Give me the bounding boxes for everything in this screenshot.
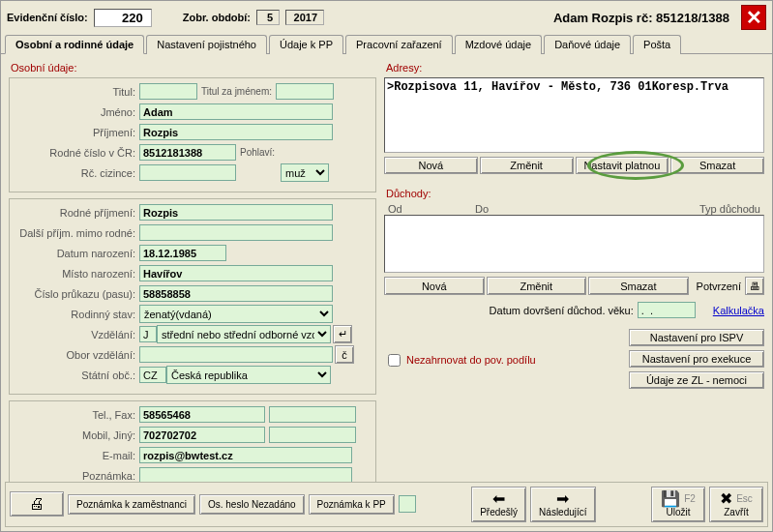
misto-nar-label: Místo narození: bbox=[14, 268, 139, 280]
bottom-bar: 🖨 Poznámka k zaměstnanci Os. heslo Nezad… bbox=[5, 482, 768, 528]
nezahrnovat-row: Nezahrnovat do pov. podílu bbox=[388, 339, 536, 381]
tab-mzdove[interactable]: Mzdové údaje bbox=[455, 35, 543, 54]
duchody-nova-button[interactable]: Nová bbox=[384, 277, 485, 295]
datum-nar-label: Datum narození: bbox=[14, 248, 139, 259]
os-heslo-button[interactable]: Os. heslo Nezadáno bbox=[199, 494, 305, 516]
nastaveni-ispv-button[interactable]: Nastavení pro ISPV bbox=[629, 329, 764, 346]
duchody-buttons: Nová Změnit Smazat Potvrzení 🖶 bbox=[384, 277, 764, 295]
rodne-prijmeni-label: Rodné příjmení: bbox=[14, 207, 139, 219]
predesly-button[interactable]: ⬅ Předešlý bbox=[471, 487, 526, 523]
status-square bbox=[399, 495, 416, 513]
jiny-input[interactable] bbox=[269, 427, 356, 443]
osobni-udaje-title: Osobní údaje: bbox=[11, 62, 376, 74]
adresy-buttons: Nová Změnit Nastavit platnou Smazat bbox=[384, 157, 764, 174]
adresy-smazat-button[interactable]: Smazat bbox=[670, 157, 764, 174]
evid-value: 220 bbox=[94, 9, 152, 27]
duchody-zmenit-button[interactable]: Změnit bbox=[487, 277, 587, 295]
pohlavi-select[interactable]: muž bbox=[281, 163, 329, 182]
arrow-right-icon: ➡ bbox=[556, 491, 569, 507]
zobr-month: 5 bbox=[256, 10, 280, 25]
app-window: Evidenční číslo: 220 Zobr. období: 5 201… bbox=[0, 0, 773, 532]
dh-do: Do bbox=[475, 203, 591, 215]
cislo-pasu-input[interactable] bbox=[139, 285, 333, 302]
tab-osobni[interactable]: Osobní a rodinné údaje bbox=[5, 35, 144, 54]
kalkulacka-link[interactable]: Kalkulačka bbox=[713, 305, 764, 316]
zavrit-key: Esc bbox=[736, 493, 753, 505]
zavrit-button[interactable]: ✖ Esc Zavřít bbox=[709, 487, 763, 523]
duchody-list[interactable] bbox=[384, 215, 764, 273]
nastaveni-exekuce-button[interactable]: Nastavení pro exekuce bbox=[629, 350, 764, 368]
personal-box-2: Rodné příjmení: Další příjm. mimo rodné:… bbox=[9, 198, 376, 395]
tab-pojistne[interactable]: Nastavení pojistného bbox=[146, 35, 267, 54]
tel-label: Tel., Fax: bbox=[14, 409, 139, 421]
pohlavi-label: Pohlaví: bbox=[236, 147, 279, 158]
nezahrnovat-checkbox[interactable] bbox=[388, 354, 401, 367]
printer-icon: 🖨 bbox=[29, 496, 45, 512]
adresy-item[interactable]: >Rozpisova 11, Havířov - Město, 736 01Ko… bbox=[387, 80, 761, 94]
adresy-nastavit-platnou-button[interactable]: Nastavit platnou bbox=[576, 157, 669, 174]
nezahrnovat-label: Nezahrnovat do pov. podílu bbox=[406, 354, 536, 366]
jmeno-input[interactable] bbox=[139, 103, 333, 120]
titul-za-input[interactable] bbox=[276, 83, 334, 100]
rodne-prijmeni-input[interactable] bbox=[139, 204, 333, 221]
adresy-nova-button[interactable]: Nová bbox=[384, 157, 478, 174]
vzdelani-select[interactable]: střední nebo střední odborné vzdě bbox=[157, 325, 331, 343]
personal-box: Titul: Titul za jménem: Jméno: Příjmení:… bbox=[9, 77, 376, 192]
duchody-header: Od Do Typ důchodu bbox=[384, 203, 764, 215]
top-bar: Evidenční číslo: 220 Zobr. období: 5 201… bbox=[1, 1, 772, 34]
mobil-input[interactable] bbox=[139, 427, 265, 443]
vzdelani-lookup-button[interactable]: ↵ bbox=[333, 325, 352, 343]
adresy-zmenit-button[interactable]: Změnit bbox=[480, 157, 574, 174]
ulozit-button[interactable]: 💾 F2 Uložit bbox=[651, 487, 705, 523]
tab-zarazeni[interactable]: Pracovní zařazení bbox=[345, 35, 453, 54]
statni-obc-select[interactable]: Česká republika bbox=[166, 366, 331, 384]
titul-input[interactable] bbox=[139, 83, 197, 100]
udaje-zl-button[interactable]: Údaje ze ZL - nemoci bbox=[629, 371, 764, 389]
rc-label: Rodné číslo v ČR: bbox=[14, 147, 139, 159]
left-column: Osobní údaje: Titul: Titul za jménem: Jm… bbox=[9, 60, 376, 501]
vzdelani-code-input[interactable] bbox=[139, 326, 157, 342]
tab-bar: Osobní a rodinné údaje Nastavení pojistn… bbox=[1, 34, 772, 54]
statni-obc-code-input[interactable] bbox=[139, 367, 166, 383]
datum-dovrseni-label: Datum dovršení důchod. věku: bbox=[384, 305, 638, 316]
datum-dovrseni-input[interactable] bbox=[638, 302, 696, 318]
duchody-smazat-button[interactable]: Smazat bbox=[588, 277, 689, 295]
content: Osobní údaje: Titul: Titul za jménem: Jm… bbox=[1, 54, 772, 507]
poznamka-label: Poznámka: bbox=[14, 470, 139, 482]
duchody-title: Důchody: bbox=[386, 188, 764, 199]
tab-udaje-pp[interactable]: Údaje k PP bbox=[269, 35, 343, 54]
titul-za-label: Titul za jménem: bbox=[197, 86, 276, 97]
obor-lookup-button[interactable]: č bbox=[335, 345, 354, 364]
email-label: E-mail: bbox=[14, 450, 139, 461]
fax-input[interactable] bbox=[269, 406, 356, 423]
right-column: Adresy: >Rozpisova 11, Havířov - Město, … bbox=[384, 60, 764, 501]
jmeno-label: Jméno: bbox=[14, 106, 139, 118]
rc-cizince-input[interactable] bbox=[139, 164, 236, 181]
close-button[interactable]: ✕ bbox=[741, 5, 766, 30]
arrow-left-icon: ⬅ bbox=[492, 491, 505, 507]
misto-nar-input[interactable] bbox=[139, 265, 333, 281]
poznamka-pp-button[interactable]: Poznámka k PP bbox=[309, 494, 395, 516]
datum-nar-input[interactable] bbox=[139, 245, 226, 261]
rodinny-stav-select[interactable]: ženatý(vdaná) bbox=[139, 305, 333, 323]
potvrzeni-label: Potvrzení bbox=[697, 281, 741, 292]
save-icon: 💾 bbox=[661, 491, 680, 507]
potvrzeni-button[interactable]: 🖶 bbox=[745, 277, 764, 295]
rodinny-stav-label: Rodinný stav: bbox=[14, 309, 139, 320]
obor-input[interactable] bbox=[139, 346, 333, 363]
dh-typ: Typ důchodu bbox=[591, 203, 760, 215]
email-input[interactable] bbox=[139, 447, 352, 463]
cislo-pasu-label: Číslo průkazu (pasu): bbox=[14, 288, 139, 300]
tel-input[interactable] bbox=[139, 406, 265, 423]
tab-danove[interactable]: Daňové údaje bbox=[544, 35, 631, 54]
prijmeni-input[interactable] bbox=[139, 124, 333, 140]
poznamka-zam-button[interactable]: Poznámka k zaměstnanci bbox=[68, 494, 195, 516]
print-button[interactable]: 🖨 bbox=[10, 491, 64, 517]
tab-posta[interactable]: Pošta bbox=[633, 35, 681, 54]
evid-label: Evidenční číslo: bbox=[7, 12, 88, 23]
adresy-list[interactable]: >Rozpisova 11, Havířov - Město, 736 01Ko… bbox=[384, 77, 764, 153]
rc-input[interactable] bbox=[139, 144, 236, 161]
exit-icon: ✖ bbox=[720, 491, 732, 507]
nasledujici-button[interactable]: ➡ Následující bbox=[530, 487, 595, 523]
dalsi-prijm-input[interactable] bbox=[139, 224, 333, 241]
